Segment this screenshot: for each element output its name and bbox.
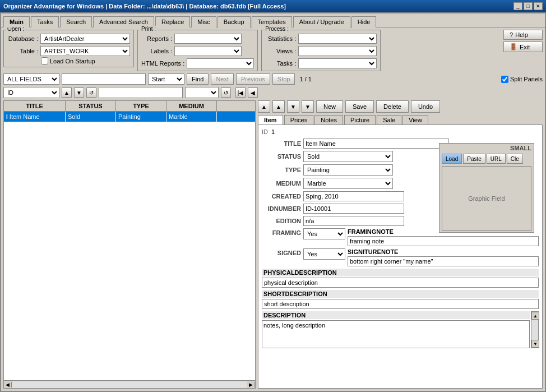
clear-button[interactable]: Cle <box>507 154 523 164</box>
reports-select[interactable] <box>174 34 242 44</box>
tab-hide[interactable]: Hide <box>351 16 377 27</box>
signiturenote-input[interactable] <box>348 256 539 266</box>
medium-select[interactable]: Marble Oil Acrylic <box>303 178 393 189</box>
form-tab-picture[interactable]: Picture <box>344 115 376 124</box>
scroll-left-btn[interactable]: ◀ <box>4 382 12 388</box>
load-on-startup-checkbox[interactable] <box>41 57 48 64</box>
form-tab-sale[interactable]: Sale <box>377 115 401 124</box>
window-title: Organizer Advantage for Windows | Data F… <box>3 3 286 10</box>
help-exit-panel: ? Help 🚪 Exit <box>503 30 543 52</box>
tab-about-upgrade[interactable]: About / Upgrade <box>293 16 350 27</box>
framingnote-input[interactable] <box>348 236 539 246</box>
first-record-button[interactable]: |◀ <box>235 87 246 98</box>
views-row: Views : <box>265 46 377 56</box>
split-panels-label: Split Panels <box>510 76 543 82</box>
shortdescription-input[interactable] <box>262 299 539 309</box>
status-select[interactable]: Sold Available Reserved <box>303 151 393 162</box>
new-button[interactable]: New <box>316 100 343 113</box>
close-button[interactable]: ✕ <box>534 2 543 10</box>
load-button[interactable]: Load <box>442 154 462 164</box>
exit-button[interactable]: 🚪 Exit <box>503 41 543 52</box>
views-label: Views : <box>265 48 296 54</box>
title-label: TITLE <box>262 140 301 147</box>
table-row: Table : ARTIST_WORK <box>7 46 130 56</box>
tab-tasks[interactable]: Tasks <box>31 16 59 27</box>
shortdescription-label: SHORTDESCRIPTION <box>262 290 539 298</box>
description-textarea[interactable]: notes, long description <box>262 320 530 348</box>
undo-button[interactable]: Undo <box>411 100 440 113</box>
url-button[interactable]: URL <box>487 154 506 164</box>
table-select[interactable]: ARTIST_WORK <box>40 46 130 56</box>
statistics-select[interactable] <box>298 34 377 44</box>
refresh2-button[interactable]: ↺ <box>221 87 231 98</box>
delete-button[interactable]: Delete <box>376 100 409 113</box>
physicaldescription-label: PHYSICALDESCRIPTION <box>262 269 539 276</box>
created-input[interactable] <box>303 191 404 201</box>
maximize-button[interactable]: □ <box>524 2 533 10</box>
tasks-select[interactable] <box>298 58 377 68</box>
filter-select[interactable] <box>185 87 219 98</box>
scroll-track[interactable] <box>12 381 247 388</box>
scroll-track-v[interactable] <box>531 320 538 340</box>
edition-label: EDITION <box>262 218 301 224</box>
sort-desc-button[interactable]: ▼ <box>74 87 84 98</box>
form-tab-item[interactable]: Item <box>258 115 283 124</box>
minimize-button[interactable]: _ <box>513 2 522 10</box>
search-input[interactable] <box>62 73 146 85</box>
next-button[interactable]: Next <box>211 73 234 85</box>
paste-button[interactable]: Paste <box>463 154 485 164</box>
nav-up2-button[interactable]: ▲ <box>272 100 285 113</box>
physicaldescription-input[interactable] <box>262 278 539 288</box>
signed-select[interactable]: Yes No <box>303 248 345 260</box>
stop-button[interactable]: Stop <box>272 73 295 85</box>
statistics-row: Statistics : <box>265 34 377 44</box>
database-select[interactable]: ArtistArtDealer <box>40 34 130 44</box>
h-scrollbar: ◀ ▶ <box>4 380 255 388</box>
help-button[interactable]: ? Help <box>503 30 543 40</box>
table-header: TITLE STATUS TYPE MEDIUM <box>4 101 255 112</box>
tab-replace[interactable]: Replace <box>155 16 190 27</box>
form-content: ID 1 TITLE SMALL <box>258 124 543 389</box>
tab-search[interactable]: Search <box>60 16 92 27</box>
id-label: ID <box>262 128 268 135</box>
title-input[interactable] <box>303 139 449 149</box>
split-panels-checkbox[interactable] <box>501 76 508 83</box>
signed-section: SIGNED Yes No SIGNITURENOTE <box>262 248 539 266</box>
type-select[interactable]: Painting Sculpture Drawing <box>303 164 393 176</box>
tab-bar: Main Tasks Search Advanced Search Replac… <box>1 13 545 27</box>
scroll-down-arrow[interactable]: ▼ <box>531 340 539 348</box>
nav-down2-button[interactable]: ▼ <box>302 100 314 113</box>
filter-input[interactable] <box>99 87 183 98</box>
description-section: DESCRIPTION notes, long description ▲ ▼ <box>262 311 539 349</box>
framing-select[interactable]: Yes No <box>303 228 345 239</box>
prev-record-button[interactable]: ◀ <box>248 87 258 98</box>
html-reports-select[interactable] <box>187 58 254 68</box>
cell-title-text: Item Name <box>10 113 40 120</box>
sort-asc-button[interactable]: ▲ <box>62 87 72 98</box>
form-tab-prices[interactable]: Prices <box>284 115 314 124</box>
nav-up-button[interactable]: ▲ <box>258 100 270 113</box>
save-button[interactable]: Save <box>345 100 374 113</box>
page-info: 1 / 1 <box>299 76 311 82</box>
form-tab-view[interactable]: View <box>402 115 428 124</box>
tab-main[interactable]: Main <box>3 16 30 27</box>
table-row[interactable]: I Item Name Sold Painting Marble <box>4 112 255 122</box>
start-select[interactable]: Start <box>148 73 184 85</box>
scroll-right-btn[interactable]: ▶ <box>247 382 255 388</box>
tab-backup[interactable]: Backup <box>218 16 251 27</box>
tab-misc[interactable]: Misc <box>191 16 216 27</box>
views-select[interactable] <box>298 46 377 56</box>
previous-button[interactable]: Previous <box>236 73 270 85</box>
scroll-up-arrow[interactable]: ▲ <box>531 312 539 320</box>
form-tab-notes[interactable]: Notes <box>314 115 343 124</box>
html-reports-label: HTML Reports : <box>141 60 184 67</box>
nav-down-button[interactable]: ▼ <box>287 100 299 113</box>
labels-select[interactable] <box>174 46 242 56</box>
refresh-button[interactable]: ↺ <box>86 87 96 98</box>
filter-field-select[interactable]: ID <box>3 87 59 98</box>
find-button[interactable]: Find <box>187 73 209 85</box>
idnumber-input[interactable] <box>303 204 404 214</box>
edition-input[interactable] <box>303 216 404 226</box>
print-label: Print : <box>140 26 157 32</box>
field-select[interactable]: ALL FIELDS <box>3 73 59 85</box>
